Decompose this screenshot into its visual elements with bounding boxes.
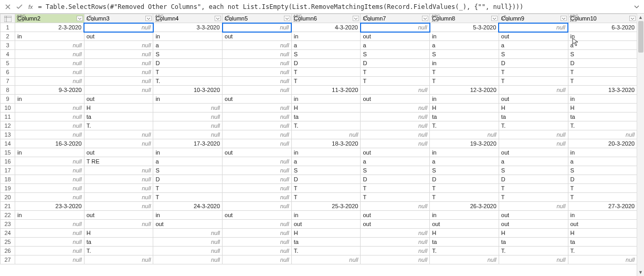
cell[interactable]: 2-3-2020 [15,23,85,32]
cell[interactable]: null [153,113,223,121]
cell[interactable]: ta [430,113,499,121]
row-number[interactable]: 22 [1,211,15,220]
cell[interactable]: null [361,255,430,264]
cell[interactable]: S [361,50,430,59]
cell[interactable]: in [430,59,499,68]
filter-dropdown-button[interactable] [491,16,498,21]
cell[interactable]: in [15,148,85,157]
cell[interactable]: null [361,238,430,247]
cell[interactable]: null [223,121,292,130]
cell[interactable]: null [223,104,292,113]
cell[interactable]: D [153,175,223,184]
cell[interactable]: T. [153,77,223,86]
filter-dropdown-button[interactable] [353,16,359,21]
cell[interactable]: null [223,130,292,139]
cell[interactable]: null [15,41,85,50]
row-number[interactable]: 6 [1,68,15,77]
row-number[interactable]: 27 [1,255,15,264]
cell[interactable]: null [568,255,637,264]
data-grid[interactable]: ABC123Column2ABCColumn3ABC123Column4ABCC… [0,14,644,276]
cell[interactable]: null [361,247,430,255]
table-row[interactable]: 3nullnullanullaaaaaa [1,41,645,50]
cell[interactable]: 12-3-2020 [430,86,499,95]
cell[interactable]: null [84,202,153,211]
cell[interactable]: null [15,113,85,121]
cell[interactable]: S [499,166,568,175]
type-icon[interactable]: ABC [500,15,510,22]
cell[interactable]: null [223,59,292,68]
table-row[interactable]: 24nullHnullnullHnullHHHH [1,229,645,238]
type-icon[interactable]: ABC123 [431,15,440,22]
scroll-thumb[interactable] [638,21,643,53]
cell[interactable]: null [15,59,85,68]
cell[interactable]: in [568,32,637,41]
cell[interactable]: out [223,95,292,104]
cell[interactable]: null [84,193,153,202]
row-number[interactable]: 1 [1,23,15,32]
cell[interactable]: null [223,41,292,50]
filter-dropdown-button[interactable] [422,16,428,21]
cell[interactable]: null [84,86,153,95]
cell[interactable]: null [499,23,568,32]
cell[interactable]: null [223,247,292,255]
table-row[interactable]: 26nullT.nullnullT.nullT.T.T.T. [1,247,645,255]
cell[interactable]: S [291,166,361,175]
cell[interactable]: 5-3-2020 [430,23,499,32]
cell[interactable]: null [361,23,430,32]
cell[interactable]: null [223,86,292,95]
row-number[interactable]: 9 [1,95,15,104]
cell[interactable]: null [499,86,568,95]
cell[interactable]: D [361,59,430,68]
cell[interactable]: 13-3-2020 [568,86,637,95]
cell[interactable]: 10-3-2020 [153,86,223,95]
cell[interactable]: null [223,50,292,59]
cell[interactable]: H [499,104,568,113]
cell[interactable]: 9-3-2020 [15,86,85,95]
cell[interactable]: null [153,121,223,130]
column-header-column2[interactable]: ABC123Column2 [15,14,85,23]
formula-cancel-button[interactable] [2,2,14,12]
cell[interactable]: null [223,157,292,166]
cell[interactable]: null [223,139,292,148]
cell[interactable]: in [430,95,499,104]
cell[interactable]: a [430,41,499,50]
table-row[interactable]: 19nullnullTnullTTTTTT [1,184,645,193]
table-row[interactable]: 2123-3-2020null24-3-2020null25-3-2020nul… [1,202,645,211]
row-number[interactable]: 21 [1,202,15,211]
cell[interactable]: D [568,59,637,68]
cell[interactable]: out [291,220,361,229]
cell[interactable]: null [15,130,85,139]
cell[interactable]: null [499,130,568,139]
table-row[interactable]: 23nullnulloutnulloutoutoutoutouto [1,220,645,229]
cell[interactable]: T [568,68,637,77]
cell[interactable]: T [291,193,361,202]
cell[interactable]: T [499,184,568,193]
cell[interactable]: 18-3-2020 [291,139,361,148]
table-row[interactable]: 22inoutinoutinoutinoutino [1,211,645,220]
filter-dropdown-button[interactable] [145,16,152,21]
cell[interactable]: null [84,220,153,229]
cell[interactable]: D [430,175,499,184]
cell[interactable]: H [568,229,637,238]
table-row[interactable]: 16nullT REanullaaaaaa [1,157,645,166]
cell[interactable]: T. [291,247,361,255]
cell[interactable]: a [430,157,499,166]
cell[interactable]: out [84,211,153,220]
cell[interactable]: out [84,32,153,41]
cell[interactable]: null [153,247,223,255]
cell[interactable]: ta [430,238,499,247]
table-row[interactable]: 13nullnullnullnullnullnullnullnullnull [1,130,645,139]
cell[interactable]: 4-3-2020 [291,23,361,32]
column-header-column3[interactable]: ABCColumn3 [84,14,153,23]
cell[interactable]: T. [291,121,361,130]
cell[interactable]: out [361,32,430,41]
cell[interactable]: 23-3-2020 [15,202,85,211]
cell[interactable]: T [153,193,223,202]
cell[interactable]: D [291,59,361,68]
cell[interactable]: T. [499,247,568,255]
cell[interactable]: H [568,104,637,113]
cell[interactable]: T [499,193,568,202]
cell[interactable]: a [291,41,361,50]
cell[interactable]: in [430,148,499,157]
cell[interactable]: 26-3-2020 [430,202,499,211]
